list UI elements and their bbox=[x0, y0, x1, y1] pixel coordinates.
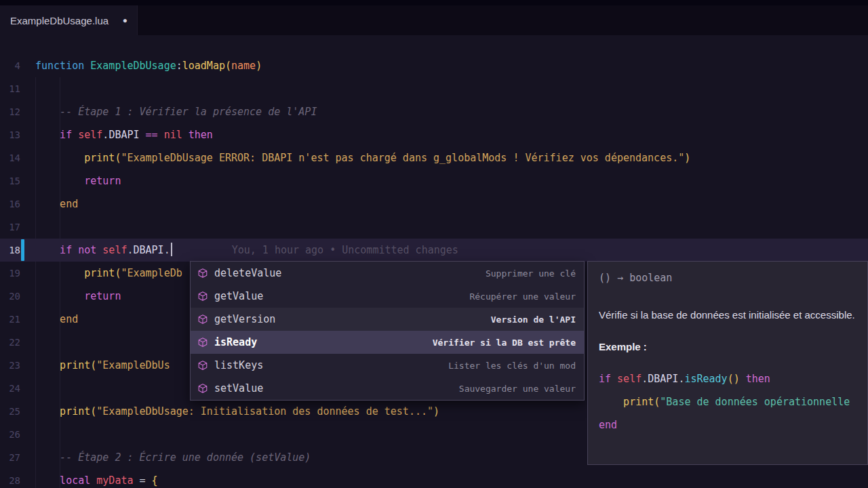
code-text: print("ExampleDbUs bbox=[35, 354, 170, 377]
tab-exampledbusage[interactable]: ExampleDbUsage.lua ● bbox=[0, 5, 138, 35]
code-line[interactable]: 13 if self.DBAPI == nil then bbox=[0, 123, 868, 146]
text-cursor bbox=[171, 243, 172, 256]
code-token: ) bbox=[433, 405, 439, 418]
line-number: 15 bbox=[0, 169, 30, 192]
code-line[interactable]: 28 local myData = { bbox=[0, 469, 868, 488]
suggest-item[interactable]: listKeysLister les clés d'un mod bbox=[191, 354, 584, 377]
line-number: 19 bbox=[0, 262, 30, 285]
code-token: self bbox=[102, 244, 127, 256]
doc-code-line: print("Base de données opérationnelle bbox=[599, 390, 856, 413]
suggest-widget: deleteValueSupprimer une clégetValueRécu… bbox=[190, 261, 585, 401]
suggest-item-label: deleteValue bbox=[214, 267, 281, 279]
symbol-method-cube-icon bbox=[197, 291, 208, 302]
suggest-item-detail: Lister les clés d'un mod bbox=[448, 361, 576, 371]
code-token: "ExampleDbUs bbox=[96, 359, 170, 371]
code-line[interactable]: 15 return bbox=[0, 169, 868, 192]
suggest-item-label: getVersion bbox=[214, 313, 275, 325]
code-text: function ExampleDbUsage:loadMap(name) bbox=[35, 54, 262, 77]
line-number: 22 bbox=[0, 331, 30, 354]
line-number: 4 bbox=[0, 54, 30, 77]
code-token: then bbox=[740, 373, 770, 385]
code-text: end bbox=[35, 308, 78, 331]
code-text: print("ExampleDbUsage ERROR: DBAPI n'est… bbox=[35, 146, 690, 169]
code-token: function bbox=[35, 60, 90, 72]
code-token: () bbox=[728, 373, 740, 385]
code-token: isReady bbox=[684, 373, 727, 385]
line-number: 16 bbox=[0, 192, 30, 216]
code-token: print bbox=[35, 152, 115, 164]
symbol-method-cube-icon bbox=[197, 360, 208, 371]
code-text: if not self.DBAPI.You, 1 hour ago • Unco… bbox=[35, 239, 458, 262]
line-number: 13 bbox=[0, 123, 30, 146]
code-text: print("ExampleDbUsage: Initialisation de… bbox=[35, 400, 439, 423]
line-number: 17 bbox=[0, 216, 30, 239]
code-token: ( bbox=[90, 405, 96, 418]
code-line[interactable]: 4function ExampleDbUsage:loadMap(name) bbox=[0, 54, 868, 77]
code-token: "ExampleDbUsage ERROR: DBAPI n'est pas c… bbox=[121, 152, 684, 164]
code-token: loadMap bbox=[182, 60, 225, 72]
code-token: = bbox=[134, 474, 152, 487]
suggest-item[interactable]: isReadyVérifier si la DB est prête bbox=[191, 331, 584, 354]
line-number: 18 bbox=[0, 239, 30, 262]
line-number: 23 bbox=[0, 354, 30, 377]
code-token: -- Étape 2 : Écrire une donnée (setValue… bbox=[35, 451, 311, 464]
suggest-item[interactable]: setValueSauvegarder une valeur bbox=[191, 377, 584, 400]
code-line[interactable]: 14 print("ExampleDbUsage ERROR: DBAPI n'… bbox=[0, 146, 868, 169]
doc-code-line: if self.DBAPI.isReady() then bbox=[599, 367, 856, 390]
code-line[interactable]: 16 end bbox=[0, 192, 868, 216]
code-token: ExampleDbUsage bbox=[90, 60, 176, 72]
code-text: print("ExampleDb bbox=[35, 262, 182, 285]
code-token: ( bbox=[654, 396, 660, 408]
code-token: DBAPI bbox=[108, 129, 139, 141]
suggest-item-detail: Récupérer une valeur bbox=[469, 291, 576, 302]
code-token: return bbox=[35, 175, 121, 187]
git-modified-indicator bbox=[21, 239, 24, 261]
code-token: ) bbox=[684, 152, 690, 164]
code-text: return bbox=[35, 285, 121, 308]
symbol-method-cube-icon bbox=[197, 268, 208, 279]
code-token: print bbox=[35, 359, 90, 371]
suggest-item-label: getValue bbox=[214, 290, 263, 302]
code-token: == bbox=[140, 129, 164, 141]
suggest-item-label: isReady bbox=[214, 336, 257, 348]
code-token: : bbox=[176, 60, 182, 72]
code-token: . bbox=[642, 373, 648, 385]
suggest-item-detail: Supprimer une clé bbox=[486, 268, 576, 279]
code-text: if self.DBAPI == nil then bbox=[35, 123, 213, 146]
code-token: { bbox=[152, 474, 158, 487]
code-token: end bbox=[35, 313, 78, 325]
suggest-item[interactable]: getValueRécupérer une valeur bbox=[191, 285, 584, 308]
symbol-method-cube-icon bbox=[197, 314, 208, 325]
code-token: DBAPI bbox=[648, 373, 678, 385]
doc-signature: () → boolean bbox=[599, 270, 856, 286]
code-token: print bbox=[599, 396, 654, 408]
code-line[interactable]: 17 bbox=[0, 216, 868, 239]
code-token: if not bbox=[35, 244, 102, 256]
code-token: local bbox=[35, 474, 96, 487]
tab-modified-dot[interactable]: ● bbox=[123, 16, 127, 25]
code-token: ( bbox=[225, 60, 231, 72]
tab-label: ExampleDbUsage.lua bbox=[10, 15, 108, 26]
doc-example-label: Exemple : bbox=[599, 339, 856, 355]
suggest-item-detail: Version de l'API bbox=[491, 314, 576, 325]
code-token: self bbox=[617, 373, 642, 385]
doc-panel: () → boolean Vérifie si la base de donné… bbox=[587, 261, 868, 465]
code-text: return bbox=[35, 169, 121, 192]
code-line[interactable]: 18 if not self.DBAPI.You, 1 hour ago • U… bbox=[0, 239, 868, 262]
code-token: -- Étape 1 : Vérifier la présence de l'A… bbox=[35, 106, 317, 118]
suggest-item-detail: Vérifier si la DB est prête bbox=[433, 338, 576, 348]
doc-code-block: if self.DBAPI.isReady() then print("Base… bbox=[599, 367, 856, 436]
line-number: 11 bbox=[0, 77, 30, 100]
suggest-item-label: setValue bbox=[214, 382, 263, 394]
code-token: . bbox=[127, 244, 133, 256]
code-token: . bbox=[164, 244, 170, 256]
code-line[interactable]: 11 bbox=[0, 77, 868, 100]
line-number: 20 bbox=[0, 285, 30, 308]
suggest-item[interactable]: getVersionVersion de l'API bbox=[191, 308, 584, 331]
code-line[interactable]: 12 -- Étape 1 : Vérifier la présence de … bbox=[0, 100, 868, 123]
code-token: ) bbox=[256, 60, 262, 72]
code-token: "ExampleDb bbox=[121, 267, 182, 279]
suggest-item[interactable]: deleteValueSupprimer une clé bbox=[191, 262, 584, 285]
code-token: DBAPI bbox=[134, 244, 164, 256]
code-text: local myData = { bbox=[35, 469, 158, 488]
